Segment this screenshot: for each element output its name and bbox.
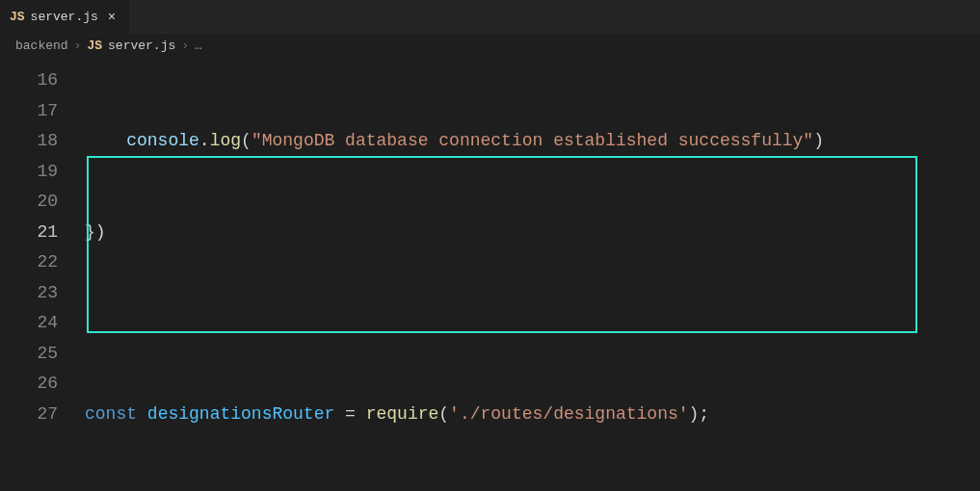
line-number: 24 [0, 308, 58, 339]
code-line[interactable]: }) [85, 218, 980, 248]
js-file-icon: JS [10, 10, 25, 24]
line-number: 19 [0, 157, 58, 188]
tab-filename: server.js [31, 10, 98, 24]
code-line[interactable]: const designationsRouter = require('./ro… [85, 400, 980, 430]
line-number: 23 [0, 278, 58, 309]
breadcrumb-ellipsis[interactable]: … [195, 39, 202, 53]
line-number: 16 [0, 65, 58, 96]
code-editor[interactable]: 16 17 18 19 20 21 22 23 24 25 26 27 cons… [0, 58, 980, 491]
tab-server-js[interactable]: JS server.js × [0, 0, 129, 34]
tab-bar: JS server.js × [0, 0, 980, 34]
line-number: 22 [0, 247, 58, 278]
js-file-icon: JS [87, 39, 102, 53]
code-line[interactable]: console.log("MongoDB database connection… [85, 126, 980, 157]
line-number: 17 [0, 96, 58, 127]
close-icon[interactable]: × [104, 10, 119, 25]
line-number: 18 [0, 126, 58, 157]
breadcrumb-folder[interactable]: backend [15, 39, 68, 53]
code-line[interactable] [85, 308, 980, 339]
breadcrumb-file[interactable]: server.js [108, 39, 175, 53]
chevron-right-icon: › [74, 39, 82, 53]
chevron-right-icon: › [181, 39, 189, 53]
line-number: 20 [0, 187, 58, 218]
code-content[interactable]: console.log("MongoDB database connection… [85, 58, 980, 491]
line-number-gutter: 16 17 18 19 20 21 22 23 24 25 26 27 [0, 58, 85, 491]
line-number: 26 [0, 369, 58, 400]
line-number: 27 [0, 400, 58, 430]
breadcrumb[interactable]: backend › JS server.js › … [0, 34, 980, 58]
line-number: 25 [0, 339, 58, 370]
line-number: 21 [0, 218, 58, 248]
